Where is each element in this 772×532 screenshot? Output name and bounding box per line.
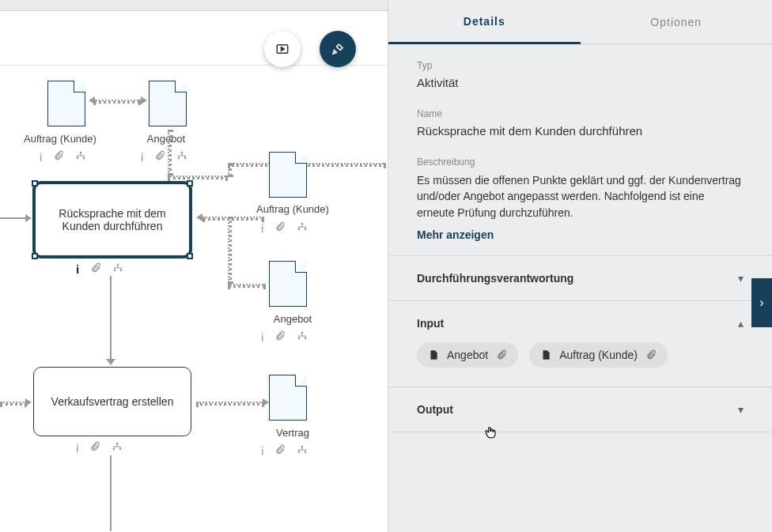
tools-icon — [331, 42, 345, 56]
doc-auftrag-side-icons[interactable]: i — [261, 221, 308, 235]
svg-rect-17 — [113, 448, 115, 450]
svg-rect-15 — [305, 338, 306, 339]
hierarchy-icon[interactable] — [176, 150, 187, 164]
panel-tabs: Details Optionen — [388, 0, 772, 44]
typ-label: Typ — [417, 60, 744, 71]
doc-vertrag-icons[interactable]: i — [261, 444, 308, 458]
hierarchy-icon[interactable] — [297, 444, 308, 458]
hierarchy-icon[interactable] — [112, 262, 123, 276]
play-button[interactable] — [264, 31, 301, 67]
connector-dotted — [168, 175, 228, 179]
hierarchy-icon[interactable] — [75, 150, 86, 164]
arrow-head-right — [25, 398, 32, 406]
info-icon[interactable]: i — [76, 441, 78, 455]
doc-auftrag-kunde-side-label: Auftrag (Kunde) — [237, 203, 348, 215]
panel-collapse-button[interactable]: › — [751, 278, 772, 327]
svg-rect-6 — [184, 157, 186, 159]
arrow-head-right — [141, 96, 147, 104]
hierarchy-icon[interactable] — [112, 441, 123, 455]
show-more-link[interactable]: Mehr anzeigen — [417, 228, 494, 241]
doc-angebot-side-icons[interactable]: i — [261, 330, 308, 344]
chevron-up-icon: ▴ — [738, 317, 744, 330]
doc-angebot-top[interactable] — [149, 81, 187, 126]
chip-angebot[interactable]: Angebot — [417, 342, 518, 368]
svg-rect-9 — [120, 270, 122, 271]
arrow-head-right — [25, 214, 32, 222]
svg-rect-2 — [77, 157, 78, 159]
connector-solid — [110, 455, 112, 531]
chip-angebot-label: Angebot — [447, 349, 488, 361]
svg-rect-13 — [301, 332, 303, 334]
svg-rect-5 — [178, 157, 180, 159]
activity-verkaufsvertrag-icons[interactable]: i — [76, 441, 123, 455]
activity-ruecksprache-icons[interactable]: i — [76, 262, 123, 276]
diagram-canvas[interactable]: Auftrag (Kunde) i Angebot i Rücksprache … — [0, 11, 388, 532]
desc-label: Beschreibung — [417, 157, 744, 168]
svg-rect-19 — [301, 446, 303, 447]
svg-rect-7 — [117, 264, 119, 266]
chevron-right-icon: › — [759, 296, 763, 310]
doc-vertrag-label: Vertrag — [237, 427, 348, 439]
hierarchy-icon[interactable] — [297, 221, 308, 235]
info-icon[interactable]: i — [261, 330, 263, 344]
connector-solid — [110, 276, 112, 361]
info-icon[interactable]: i — [76, 262, 79, 276]
arrow-head-left — [196, 213, 202, 221]
connector-dotted — [228, 163, 386, 167]
attachment-icon[interactable] — [90, 262, 101, 276]
section-input-label: Input — [417, 317, 444, 330]
attachment-icon — [645, 349, 657, 360]
section-input[interactable]: Input ▴ — [388, 301, 772, 333]
connector-dotted — [196, 402, 264, 406]
info-icon[interactable]: i — [261, 444, 263, 458]
doc-vertrag[interactable] — [269, 375, 307, 421]
info-icon[interactable]: i — [261, 221, 263, 235]
attachment-icon[interactable] — [274, 330, 286, 344]
hierarchy-icon[interactable] — [297, 330, 308, 344]
details-panel: Details Optionen Typ Aktivität Name Rück… — [388, 0, 772, 532]
edit-button[interactable] — [320, 31, 356, 67]
info-icon[interactable]: i — [40, 150, 42, 164]
svg-rect-18 — [119, 448, 121, 450]
tab-details[interactable]: Details — [388, 0, 581, 44]
attachment-icon[interactable] — [274, 444, 286, 458]
attachment-icon[interactable] — [53, 150, 64, 164]
info-icon[interactable]: i — [141, 150, 143, 164]
section-output-label: Output — [417, 403, 453, 416]
section-output[interactable]: Output ▾ — [388, 387, 772, 432]
chevron-down-icon: ▾ — [738, 403, 744, 416]
section-responsibility-label: Durchführungsverantwortung — [417, 272, 573, 285]
doc-auftrag-kunde-top[interactable] — [47, 81, 85, 126]
doc-angebot-top-icons[interactable]: i — [141, 150, 187, 164]
activity-verkaufsvertrag[interactable]: Verkaufsvertrag erstellen — [33, 367, 191, 436]
attachment-icon[interactable] — [89, 441, 100, 455]
tab-options[interactable]: Optionen — [581, 0, 773, 44]
svg-rect-10 — [301, 223, 303, 224]
chip-auftrag-label: Auftrag (Kunde) — [559, 349, 638, 361]
attachment-icon[interactable] — [274, 221, 286, 235]
doc-auftrag-top-icons[interactable]: i — [40, 150, 86, 164]
doc-auftrag-kunde-side[interactable] — [269, 152, 307, 198]
svg-rect-20 — [298, 451, 300, 453]
section-responsibility[interactable]: Durchführungsverantwortung ▾ — [388, 256, 772, 301]
activity-ruecksprache[interactable]: Rücksprache mit dem Kunden durchführen — [33, 182, 191, 258]
svg-rect-4 — [181, 152, 183, 153]
doc-auftrag-kunde-top-label: Auftrag (Kunde) — [5, 133, 115, 145]
svg-rect-12 — [305, 228, 306, 230]
connector-dotted — [228, 284, 266, 288]
doc-angebot-side[interactable] — [269, 261, 307, 307]
doc-angebot-top-label: Angebot — [111, 133, 221, 145]
chip-auftrag[interactable]: Auftrag (Kunde) — [529, 342, 668, 368]
svg-rect-8 — [114, 270, 115, 271]
activity-ruecksprache-label: Rücksprache mit dem Kunden durchführen — [44, 207, 181, 232]
connector-dotted — [228, 217, 232, 284]
svg-rect-21 — [305, 451, 306, 453]
document-icon — [428, 349, 439, 361]
input-chips: Angebot Auftrag (Kunde) — [388, 333, 772, 387]
document-icon — [540, 349, 551, 361]
chevron-down-icon: ▾ — [738, 272, 744, 285]
play-icon — [275, 42, 290, 56]
attachment-icon[interactable] — [154, 150, 165, 164]
name-label: Name — [417, 108, 744, 119]
activity-verkaufsvertrag-label: Verkaufsvertrag erstellen — [51, 395, 174, 408]
